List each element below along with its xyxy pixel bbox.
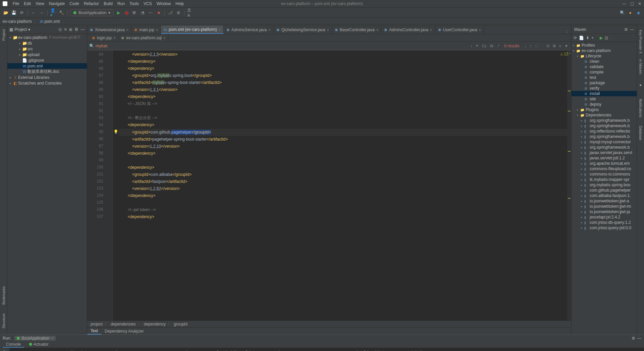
- maven-dep-3[interactable]: ▸org.springframework.b: [572, 134, 637, 139]
- crumb-dependency[interactable]: dependency: [144, 322, 166, 327]
- close-icon[interactable]: ×: [51, 336, 54, 341]
- close-icon[interactable]: ×: [376, 28, 378, 32]
- select-all-icon[interactable]: ⬚: [534, 44, 539, 48]
- maven-dep-9[interactable]: ▸commons-fileupload:co: [572, 166, 637, 171]
- tab-usercontroller-java[interactable]: UserController.java×: [435, 26, 484, 34]
- maven-dep-4[interactable]: ▸mysql:mysql-connector: [572, 139, 637, 145]
- menu-run[interactable]: Run: [115, 1, 127, 7]
- tree-scratches[interactable]: ▸◧Scratches and Consoles: [7, 80, 87, 86]
- maven-goal-validate[interactable]: validate: [572, 64, 637, 69]
- maven-goal-install[interactable]: install: [572, 91, 637, 96]
- maven-goal-site[interactable]: site: [572, 96, 637, 102]
- expand-all-icon[interactable]: ≡: [64, 27, 67, 32]
- maven-dep-8[interactable]: ▸org.apache.tomcat.em: [572, 161, 637, 166]
- maven-project[interactable]: ▾ev-cars-platform: [572, 48, 637, 53]
- ide-settings-icon[interactable]: ◆: [635, 10, 641, 16]
- menu-tools[interactable]: Tools: [127, 1, 141, 7]
- filter-icon[interactable]: ▼: [564, 44, 569, 48]
- maven-dep-7[interactable]: ▸javax.servlet:jstl:1.2: [572, 155, 637, 161]
- breadcrumb-file[interactable]: m pom.xml: [40, 19, 60, 24]
- code-area[interactable]: 8485868788899091929394959697989910010110…: [87, 50, 571, 320]
- console-tab[interactable]: Console: [3, 341, 24, 348]
- words-icon[interactable]: W: [489, 44, 494, 48]
- bean-tab[interactable]: ●: [638, 80, 643, 90]
- tab-main-jsp[interactable]: main.jsp×: [131, 26, 161, 34]
- maven-plugins[interactable]: ▸Plugins: [572, 107, 637, 112]
- project-tool-tab[interactable]: Project: [1, 27, 6, 43]
- maven-dep-15[interactable]: ▸io.jsonwebtoken:jjwt-a: [572, 198, 637, 204]
- refresh-icon[interactable]: ⟳: [19, 10, 25, 16]
- run-tab-boot[interactable]: ⬢ BootApplication ×: [14, 336, 55, 341]
- maven-dep-14[interactable]: ▸com.alibaba:fastjson:1.: [572, 193, 637, 198]
- menu-view[interactable]: View: [34, 1, 46, 7]
- close-icon[interactable]: ×: [126, 28, 128, 32]
- chevron-down-icon[interactable]: ▾: [28, 27, 30, 32]
- menu-code[interactable]: Code: [67, 1, 81, 7]
- maven-dep-19[interactable]: ▸com.jntoo:db-query:1.2: [572, 220, 637, 225]
- run-icon[interactable]: ▶: [115, 10, 121, 16]
- profile-icon[interactable]: ◔: [140, 10, 146, 16]
- close-icon[interactable]: ✕: [638, 1, 641, 6]
- maven-dep-12[interactable]: ▸org.mybatis.spring.boo: [572, 182, 637, 188]
- maven-dep-16[interactable]: ▸io.jsonwebtoken:jjwt-im: [572, 204, 637, 209]
- history-icon[interactable]: ⊘: [175, 10, 181, 16]
- maven-dep-1[interactable]: ▸org.springframework.b: [572, 123, 637, 129]
- actuator-tab[interactable]: ⬢ Actuator: [25, 341, 52, 348]
- gear-icon[interactable]: ⚙: [74, 27, 78, 32]
- maven-dep-17[interactable]: ▸io.jsonwebtoken:jjwt-ja: [572, 209, 637, 214]
- tab-xinwenxinxi-java[interactable]: Xinwenxinxi.java×: [87, 26, 131, 34]
- collapse-all-icon[interactable]: ≣: [69, 27, 72, 32]
- user-icon[interactable]: 👤▾: [50, 10, 56, 16]
- run-maven-icon[interactable]: ▶: [600, 36, 603, 40]
- regex-icon[interactable]: .*: [496, 44, 500, 48]
- search-input[interactable]: mybait: [96, 44, 163, 48]
- menu-refactor[interactable]: Refactor: [82, 1, 101, 7]
- maven-dep-0[interactable]: ▸org.springframework.b: [572, 118, 637, 123]
- avatar-icon[interactable]: ●: [627, 10, 633, 16]
- translate-icon[interactable]: 文A: [187, 10, 193, 16]
- execute-icon[interactable]: ⊡: [605, 36, 608, 40]
- bookmarks-tool-tab[interactable]: Bookmarks: [1, 284, 6, 307]
- error-stripe[interactable]: ⚠ 13 ^: [567, 50, 571, 320]
- tree-item-.gitignore[interactable]: 📄.gitignore: [7, 57, 87, 63]
- maven-dep-20[interactable]: ▸com.jntoo:query-jstl:0.0: [572, 225, 637, 231]
- crumb-groupId[interactable]: groupId: [174, 322, 187, 327]
- stop-icon[interactable]: ■: [156, 10, 162, 16]
- open-icon[interactable]: 📂: [3, 10, 9, 16]
- prev-icon[interactable]: ↑: [529, 44, 533, 48]
- generate-icon[interactable]: 📄: [579, 36, 584, 40]
- forward-icon[interactable]: →: [39, 10, 45, 16]
- hide-icon[interactable]: —: [80, 27, 85, 32]
- add-selection-icon[interactable]: ⊞: [552, 44, 557, 48]
- maven-goal-compile[interactable]: compile: [572, 69, 637, 75]
- tab-basecontroller-java[interactable]: BaseController.java×: [332, 26, 382, 34]
- close-icon[interactable]: ×: [218, 28, 220, 32]
- tree-item-upload[interactable]: ▸📁upload: [7, 52, 87, 57]
- structure-tool-tab[interactable]: Structure: [1, 311, 6, 331]
- tab-ev-cars-platform-sql[interactable]: ev-cars-platform.sql×: [118, 34, 168, 42]
- tree-root[interactable]: ▾📁ev-cars-platformF:\xunmaw-git\基于: [7, 35, 87, 40]
- maximize-icon[interactable]: ▢: [630, 1, 634, 6]
- select-opened-icon[interactable]: ⊙: [58, 27, 62, 32]
- search-everywhere-icon[interactable]: 🔍: [619, 10, 625, 16]
- inspection-summary[interactable]: ⚠ 13 ^: [560, 52, 571, 56]
- maven-dep-2[interactable]: ▸org.reflections:reflectio: [572, 129, 637, 134]
- maven-dep-10[interactable]: ▸commons-io:commons: [572, 171, 637, 177]
- tab-pom-xml--ev-cars-platform-[interactable]: pom.xml (ev-cars-platform)×: [161, 26, 224, 34]
- maven-dep-18[interactable]: ▸jexcelapi:jxl:2.4.2: [572, 214, 637, 220]
- maven-goal-test[interactable]: test: [572, 75, 637, 80]
- maven-goal-clean[interactable]: clean: [572, 59, 637, 64]
- prev-occurrence-icon[interactable]: ↑: [470, 44, 474, 48]
- close-icon[interactable]: ×: [156, 28, 158, 32]
- crumb-dependencies[interactable]: dependencies: [111, 322, 136, 327]
- clear-icon[interactable]: ✕: [475, 44, 480, 48]
- next-icon[interactable]: ↓: [524, 44, 528, 48]
- tab-adminsservice-java[interactable]: AdminsService.java×: [224, 26, 274, 34]
- add-icon[interactable]: +: [591, 36, 594, 40]
- close-icon[interactable]: ×: [479, 28, 481, 32]
- tree-item-pom.xml[interactable]: mpom.xml: [7, 63, 87, 69]
- match-case-icon[interactable]: Cc: [481, 44, 487, 48]
- menu-help[interactable]: Help: [173, 1, 186, 7]
- minimize-icon[interactable]: —: [630, 27, 634, 32]
- maven-tool-tab[interactable]: m Maven: [638, 56, 643, 77]
